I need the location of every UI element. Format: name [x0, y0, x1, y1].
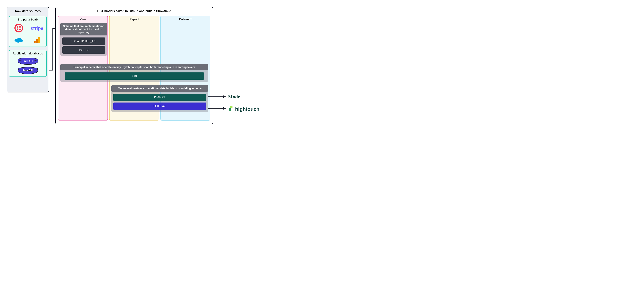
svg-rect-15	[229, 108, 231, 111]
hightouch-label: hightouch	[235, 106, 260, 112]
team-schema-header: Team-level business operational data bui…	[111, 85, 208, 92]
svg-rect-10	[36, 39, 38, 43]
live-api-db: Live API	[18, 58, 38, 65]
destination-mode: Mode	[228, 94, 240, 99]
svg-point-4	[19, 28, 21, 30]
appdb-title: Application databases	[12, 52, 44, 55]
implementation-schema-header: Schema that are implementation details s…	[60, 23, 107, 36]
test-api-db: Test API	[18, 67, 38, 74]
svg-rect-9	[38, 37, 40, 43]
svg-point-3	[17, 28, 18, 30]
view-column-title: View	[58, 18, 108, 21]
schema-liveapi: LIVEAPIPRODB_API	[62, 38, 105, 45]
dbt-models-panel: DBT models saved in Github and built in …	[55, 7, 213, 124]
report-column-title: Report	[110, 18, 159, 21]
arrow-raw-to-dbt	[49, 27, 56, 71]
svg-point-2	[19, 26, 21, 28]
schema-external: EXTERNAL	[113, 102, 206, 110]
schema-twilio: TWILIO	[62, 46, 105, 54]
twilio-icon	[14, 24, 23, 33]
dbt-columns: View Report Datamart Schema that are imp…	[58, 16, 210, 120]
google-analytics-icon	[34, 37, 40, 44]
hightouch-icon	[228, 106, 233, 112]
application-databases-panel: Application databases Live API Test API	[9, 50, 46, 77]
svg-point-11	[34, 41, 36, 43]
saas-title: 3rd party SaaS	[12, 18, 44, 21]
arrow-external-to-hightouch	[208, 107, 226, 110]
principal-schema-header: Principal schema that operate on key Sty…	[60, 64, 208, 70]
destination-hightouch: hightouch	[228, 106, 260, 112]
svg-rect-14	[230, 106, 232, 108]
implementation-schema-group: Schema that are implementation details s…	[60, 23, 107, 56]
raw-data-sources-panel: Raw data sources 3rd party SaaS stripe A…	[7, 7, 49, 92]
svg-point-8	[16, 40, 20, 43]
schema-gtm: GTM	[65, 72, 204, 80]
stripe-icon: stripe	[30, 26, 43, 31]
svg-point-0	[15, 24, 23, 32]
arrow-product-to-mode	[208, 95, 226, 98]
schema-product: PRODUCT	[113, 94, 206, 101]
dbt-title: DBT models saved in Github and built in …	[58, 10, 210, 13]
diagram-canvas: Raw data sources 3rd party SaaS stripe A…	[7, 7, 262, 128]
principal-schema-group: Principal schema that operate on key Sty…	[60, 64, 208, 82]
svg-point-1	[17, 26, 18, 28]
team-schema-group: Team-level business operational data bui…	[111, 85, 208, 112]
third-party-saas-panel: 3rd party SaaS stripe	[9, 16, 46, 47]
raw-title: Raw data sources	[9, 10, 46, 13]
datamart-column-title: Datamart	[161, 18, 210, 21]
salesforce-icon	[14, 37, 24, 44]
